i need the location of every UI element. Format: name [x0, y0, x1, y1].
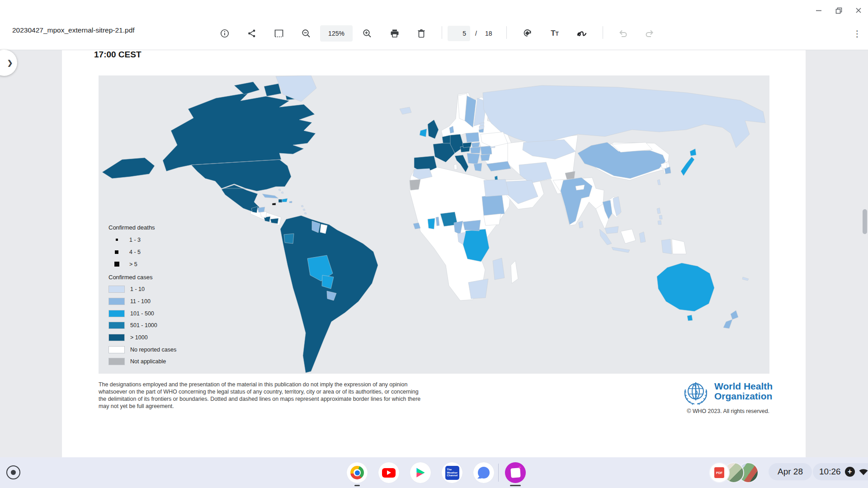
country-bahamas [278, 189, 281, 191]
messages-icon [478, 467, 490, 479]
country-western-sahara [410, 179, 420, 190]
zoom-out-icon[interactable] [298, 25, 314, 42]
pdf-viewer-toolbar: 20230427_mpox_external-sitrep-21.pdf 125… [0, 0, 868, 50]
who-copyright: © WHO 2023. All rights reserved. [646, 408, 769, 414]
share-icon[interactable] [244, 25, 260, 42]
system-shelf: TheWeatherChannel PDF Apr 28 10:26 + [0, 457, 868, 488]
shelf-divider [498, 464, 499, 482]
report-time-heading: 17:00 CEST [94, 50, 142, 60]
country-greece [474, 163, 482, 171]
gallery-app-button[interactable] [505, 462, 526, 483]
legend-case-item: No reported cases [108, 343, 176, 356]
legend-death-item: > 5 [108, 258, 176, 270]
country-romania [481, 146, 492, 155]
legend-cases-items: 1 - 1011 - 100101 - 500501 - 1000> 1000N… [108, 283, 176, 368]
country-balkans [467, 153, 480, 164]
legend-deaths-items: 1 - 34 - 5> 5 [108, 234, 176, 270]
recent-pdf-chip[interactable]: PDF [709, 462, 730, 483]
world-map-figure [99, 75, 769, 374]
who-wordmark: World Health Organization [714, 381, 773, 401]
draw-annotation-icon[interactable] [574, 25, 590, 42]
status-tray[interactable]: 10:26 + [813, 463, 868, 480]
country-jamaica [272, 203, 276, 205]
google-play-app-button[interactable] [410, 462, 431, 483]
country-lesser-antilles [304, 212, 307, 214]
country-lesser-antilles [303, 209, 305, 211]
country-indonesia-papua [661, 239, 672, 254]
rotate-icon[interactable] [519, 25, 536, 42]
weather-channel-icon: TheWeatherChannel [445, 466, 459, 480]
country-hungary [470, 147, 481, 153]
country-ghana [428, 218, 435, 229]
map-legend: Confirmed deaths 1 - 34 - 5> 5 Confirmed… [108, 224, 176, 368]
country-sudan [482, 194, 505, 216]
youtube-app-button[interactable] [378, 462, 399, 483]
country-ecuador [284, 234, 294, 244]
country-czechia [462, 142, 472, 148]
minimize-button[interactable] [813, 5, 825, 16]
country-philippines-mindanao [658, 221, 661, 225]
chrome-icon [350, 466, 364, 479]
zoom-in-icon[interactable] [359, 25, 375, 42]
country-bahamas [281, 192, 283, 193]
legend-death-item: 4 - 5 [108, 246, 176, 258]
country-central-african-republic [463, 220, 481, 231]
legend-case-item: 101 - 500 [108, 307, 176, 319]
page-total: 18 [485, 25, 492, 42]
legend-case-item: Not applicable [108, 356, 176, 368]
country-poland [466, 132, 479, 142]
toolbar-divider [506, 26, 507, 39]
country-south-africa [468, 279, 488, 299]
country-haiti [278, 199, 282, 202]
country-panama [270, 218, 278, 224]
pdf-file-icon: PDF [714, 467, 724, 478]
text-annotation-icon[interactable]: TT [547, 25, 563, 42]
page-number-input[interactable]: 5 [448, 26, 470, 41]
toolbar-divider [442, 26, 442, 39]
page-separator: / [475, 25, 477, 42]
notification-counter-icon: + [845, 467, 855, 477]
delete-icon[interactable] [413, 25, 429, 42]
print-icon[interactable] [387, 25, 403, 42]
redo-icon[interactable] [642, 25, 658, 42]
clock-text: 10:26 [819, 467, 841, 477]
more-options-icon[interactable]: ⋮ [849, 25, 865, 42]
document-title: 20230427_mpox_external-sitrep-21.pdf [12, 0, 135, 50]
wifi-icon [859, 468, 868, 475]
restore-button[interactable] [833, 5, 844, 16]
messages-app-button[interactable] [473, 462, 494, 483]
who-emblem-icon [681, 378, 711, 408]
legend-case-item: 501 - 1000 [108, 319, 176, 332]
country-puerto-rico [289, 201, 292, 203]
launcher-icon[interactable] [6, 465, 20, 479]
chrome-app-button[interactable] [347, 462, 368, 483]
country-bulgaria [481, 154, 490, 161]
weather-app-button[interactable]: TheWeatherChannel [442, 462, 462, 483]
country-south-sudan [484, 214, 501, 225]
undo-icon[interactable] [615, 25, 631, 42]
info-icon[interactable] [217, 25, 233, 42]
toolbar-divider [603, 26, 603, 39]
map-disclaimer-text: The designations employed and the presen… [99, 381, 422, 410]
gallery-running-indicator [510, 485, 521, 486]
legend-death-item: 1 - 3 [108, 234, 176, 246]
vertical-scrollbar[interactable] [863, 209, 867, 234]
country-egypt [484, 179, 509, 197]
fit-to-page-icon[interactable] [271, 25, 287, 42]
legend-case-item: 1 - 10 [108, 283, 176, 296]
legend-cases-title: Confirmed cases [108, 274, 176, 281]
chevron-right-icon: ❯ [7, 59, 13, 67]
zoom-level-display[interactable]: 125% [320, 25, 353, 42]
who-logo: World Health Organization [681, 378, 773, 408]
country-nicaragua [260, 211, 267, 218]
youtube-icon [382, 468, 396, 478]
window-controls [813, 5, 864, 16]
country-philippines-visayas [659, 215, 662, 219]
date-pill[interactable]: Apr 28 [769, 463, 812, 480]
gallery-icon [510, 468, 520, 478]
chrome-running-indicator [354, 485, 360, 486]
country-sardinia [454, 164, 457, 169]
holding-space-tray[interactable]: PDF [709, 462, 759, 483]
side-panel-toggle[interactable]: ❯ [0, 50, 17, 76]
close-icon[interactable] [853, 5, 864, 16]
